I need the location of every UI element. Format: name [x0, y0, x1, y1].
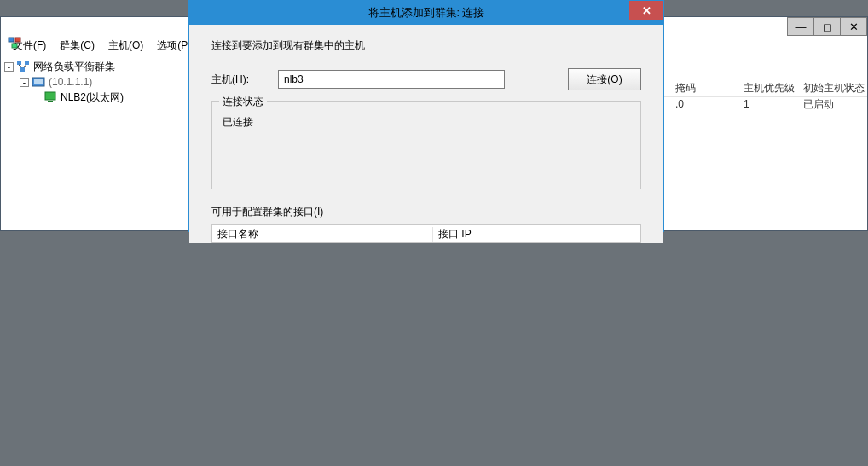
interfaces-header: 接口名称 接口 IP: [211, 224, 641, 243]
tree-root[interactable]: - 网络负载平衡群集: [1, 59, 190, 74]
tree-root-label: 网络负载平衡群集: [33, 60, 115, 74]
host-icon: [43, 90, 57, 104]
cluster-icon: [32, 75, 45, 89]
desktop: — ◻ ✕ 文件(F) 群集(C) 主机(O) 选项(P) - 网络负载平衡群集: [0, 0, 868, 466]
svg-rect-11: [48, 101, 53, 102]
svg-rect-4: [25, 61, 29, 65]
svg-rect-2: [12, 44, 17, 48]
col-state[interactable]: 初始主机状态: [796, 81, 868, 96]
dialog-titlebar[interactable]: 将主机添加到群集: 连接 ✕: [189, 1, 663, 25]
tree-cluster-label: (10.1.1.1): [49, 76, 92, 88]
dialog-body: 连接到要添加到现有群集中的主机 主机(H): nlb3 连接(O) 连接状态 已…: [189, 25, 663, 243]
svg-rect-10: [45, 92, 55, 100]
connection-status-text: 已连接: [223, 115, 630, 130]
add-host-dialog: 将主机添加到群集: 连接 ✕ 连接到要添加到现有群集中的主机 主机(H): nl…: [188, 0, 664, 232]
host-input[interactable]: nlb3: [278, 70, 505, 89]
tree-host[interactable]: NLB2(以太网): [1, 90, 190, 105]
svg-line-7: [23, 65, 26, 67]
close-button[interactable]: ✕: [840, 17, 867, 36]
minimize-button[interactable]: —: [787, 17, 814, 36]
cell-state: 已启动: [796, 97, 868, 112]
dialog-instruction: 连接到要添加到现有群集中的主机: [211, 38, 641, 53]
tree-pane: - 网络负载平衡群集 - (10.1.1.1): [1, 55, 191, 230]
iface-col-name[interactable]: 接口名称: [212, 227, 433, 242]
dialog-close-button[interactable]: ✕: [629, 1, 663, 20]
connection-status-group: 连接状态 已连接: [211, 101, 641, 189]
host-label: 主机(H):: [211, 73, 278, 87]
svg-rect-0: [9, 38, 14, 42]
interfaces-label: 可用于配置群集的接口(I): [211, 205, 641, 219]
host-row: 主机(H): nlb3 连接(O): [211, 68, 641, 90]
dialog-title: 将主机添加到群集: 连接: [189, 6, 663, 20]
cluster-root-icon: [16, 60, 30, 73]
expand-icon[interactable]: -: [4, 62, 14, 72]
tree-host-label: NLB2(以太网): [61, 90, 124, 105]
menu-cluster[interactable]: 群集(C): [53, 36, 101, 55]
window-controls: — ◻ ✕: [788, 17, 867, 36]
expand-icon[interactable]: -: [20, 78, 29, 87]
svg-rect-9: [34, 79, 43, 84]
svg-rect-3: [17, 61, 21, 65]
svg-rect-5: [20, 67, 25, 72]
svg-line-6: [19, 65, 22, 67]
connect-button[interactable]: 连接(O): [568, 68, 641, 90]
group-legend: 连接状态: [219, 95, 267, 109]
tree-cluster[interactable]: - (10.1.1.1): [1, 74, 190, 90]
menu-host[interactable]: 主机(O): [101, 36, 150, 55]
maximize-button[interactable]: ◻: [813, 17, 841, 36]
iface-col-ip[interactable]: 接口 IP: [433, 227, 640, 242]
app-icon: [8, 36, 23, 50]
svg-rect-1: [15, 38, 20, 42]
